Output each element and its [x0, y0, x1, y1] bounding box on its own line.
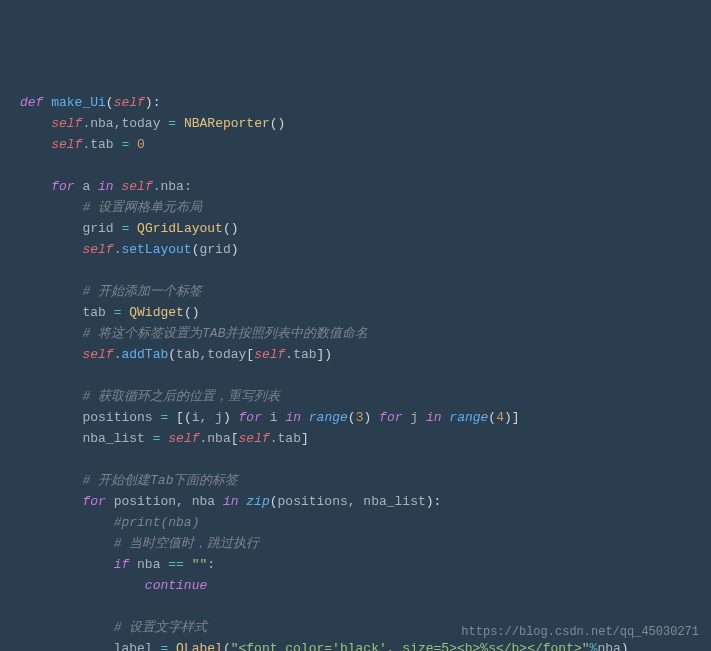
keyword-def: def — [20, 95, 43, 110]
builtin-range: range — [449, 410, 488, 425]
keyword-for: for — [51, 179, 74, 194]
self: self — [51, 137, 82, 152]
var: positions — [82, 410, 152, 425]
var: a — [82, 179, 90, 194]
comment: #print(nba) — [114, 515, 200, 530]
comment: # 设置网格单元布局 — [82, 200, 202, 215]
paren: ( — [106, 95, 114, 110]
paren: ): — [145, 95, 161, 110]
self: self — [51, 116, 82, 131]
class-name: QWidget — [129, 305, 184, 320]
watermark: https://blog.csdn.net/qq_45030271 — [461, 622, 699, 643]
class-name: NBAReporter — [184, 116, 270, 131]
var: today — [121, 116, 160, 131]
function-name: make_Ui — [51, 95, 106, 110]
keyword-continue: continue — [145, 578, 207, 593]
class-name: QLabel — [176, 641, 223, 651]
attr: nba — [161, 179, 184, 194]
self: self — [82, 347, 113, 362]
var: grid — [82, 221, 113, 236]
comment: # 获取循环之后的位置，重写列表 — [82, 389, 280, 404]
comment: # 开始添加一个标签 — [82, 284, 202, 299]
self: self — [254, 347, 285, 362]
number: 0 — [137, 137, 145, 152]
class-name: QGridLayout — [137, 221, 223, 236]
var: nba_list — [82, 431, 144, 446]
self: self — [121, 179, 152, 194]
comment: # 开始创建Tab下面的标签 — [82, 473, 238, 488]
builtin-zip: zip — [246, 494, 269, 509]
code-editor[interactable]: def make_Ui(self): self.nba,today = NBAR… — [20, 92, 711, 651]
arg: tab — [176, 347, 199, 362]
arg: today — [207, 347, 246, 362]
comment: # 当时空值时，跳过执行 — [114, 536, 260, 551]
comment: # 将这个标签设置为TAB并按照列表中的数值命名 — [82, 326, 368, 341]
method: addTab — [121, 347, 168, 362]
attr: tab — [90, 137, 113, 152]
builtin-range: range — [309, 410, 348, 425]
self: self — [82, 242, 113, 257]
attr: nba — [90, 116, 113, 131]
comment: # 设置文字样式 — [114, 620, 208, 635]
method: setLayout — [121, 242, 191, 257]
attr: tab — [293, 347, 316, 362]
self-param: self — [114, 95, 145, 110]
string: "" — [192, 557, 208, 572]
keyword-in: in — [98, 179, 114, 194]
arg: grid — [199, 242, 230, 257]
var: tab — [82, 305, 105, 320]
